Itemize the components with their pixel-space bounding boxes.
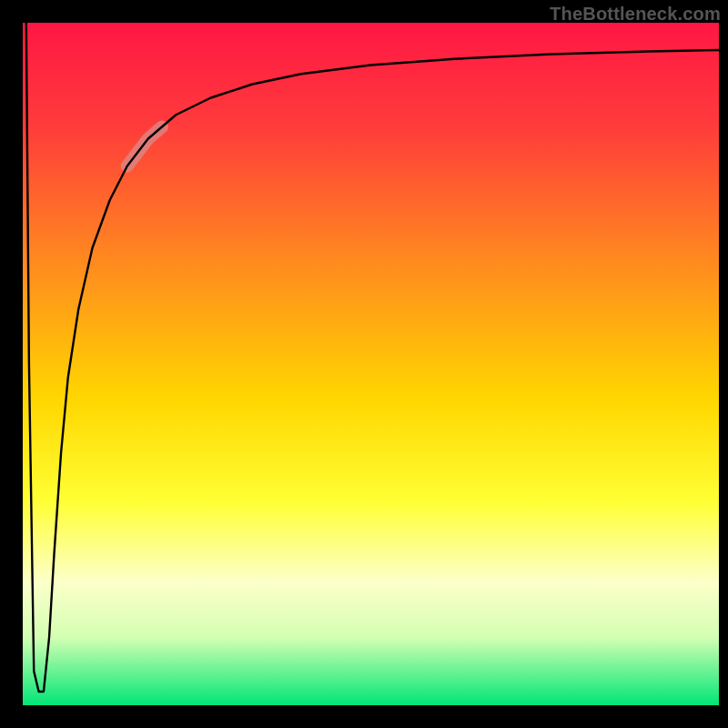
bottleneck-chart [0,0,728,728]
plot-background [23,23,719,705]
chart-container: TheBottleneck.com [0,0,728,728]
watermark-label: TheBottleneck.com [550,4,721,25]
